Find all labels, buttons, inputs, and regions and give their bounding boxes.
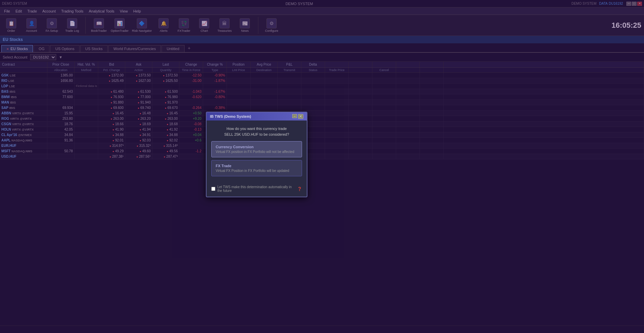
modal-minimize-btn[interactable]: ─: [292, 114, 297, 118]
table-row[interactable]: MSFT NASDAQ.NMS50.78● 49.29● 49.60● 49.5…: [0, 149, 644, 154]
tool-treasuries[interactable]: 🏛 Treasuries: [216, 18, 233, 32]
cell-empty: [325, 100, 349, 105]
section-title: EU Stocks: [3, 37, 23, 42]
menu-edit[interactable]: Edit: [13, 8, 25, 14]
cell-value: [74, 127, 98, 132]
tool-optiontrader[interactable]: 📊 OptionTrader: [111, 18, 129, 32]
table-row[interactable]: SAP IBIS69.934● 69.600● 69.740● 69.670-0…: [0, 105, 644, 111]
cell-empty: [444, 100, 644, 105]
table-row[interactable]: USD.HUF ● 287.38¹● 287.56⁵● 287.47³: [0, 154, 644, 159]
cell-value: ● 61.480: [98, 89, 125, 94]
tab-og[interactable]: OG: [34, 45, 49, 52]
cell-empty: [325, 127, 349, 132]
cell-empty: [372, 138, 396, 143]
menu-trading-tools[interactable]: Trading Tools: [59, 8, 86, 14]
cell-value: [179, 143, 203, 148]
table-row[interactable]: BMW IBIS77.600● 76.930● 77.000● 76.980-0…: [0, 94, 644, 100]
col-extra2: [349, 62, 372, 67]
sub-col-cancel: Cancel: [372, 68, 396, 72]
modal-option1-desc: Virtual FX position in FX Portfolio will…: [216, 150, 298, 154]
status-bar: [0, 326, 644, 333]
cell-empty: [251, 105, 278, 110]
help-icon[interactable]: ❓: [297, 187, 302, 191]
cell-empty: [349, 111, 372, 116]
tool-fxtrader[interactable]: 💱 FXTrader: [175, 18, 192, 32]
cell-empty: [227, 84, 251, 89]
tool-configure[interactable]: ⚙ Configure: [263, 18, 280, 32]
tab-eu-stocks[interactable]: ✕EU Stocks: [1, 45, 33, 52]
tool-account[interactable]: 👤 Account: [23, 18, 40, 32]
table-row[interactable]: RIO LSE1656.80● 1625.49● 1627.00● 1625.5…: [0, 78, 644, 84]
demo-system-right: DEMO SYSTEM: [448, 2, 597, 5]
account-bar: Select Account DU16192 ▼: [0, 53, 644, 62]
tool-alerts[interactable]: 🔔 Alerts: [155, 18, 172, 32]
close-btn[interactable]: ✕: [637, 2, 642, 6]
auto-determine-checkbox[interactable]: [211, 187, 215, 191]
menu-account[interactable]: Account: [40, 8, 59, 14]
cell-empty: [420, 73, 444, 78]
table-row[interactable]: ABBN VIRTX @VIRTX15.95● 16.45● 16.48● 16…: [0, 111, 644, 116]
cell-value: ● 77.000: [125, 94, 152, 99]
cell-empty: [278, 78, 301, 83]
table-row[interactable]: AAPL NASDAQ.NMS91.36● 92.01● 92.03● 92.0…: [0, 138, 644, 143]
menu-view[interactable]: View: [117, 8, 131, 14]
maximize-btn[interactable]: □: [632, 2, 637, 6]
modal-close-icon[interactable]: ✕: [298, 114, 303, 119]
cell-empty: [349, 84, 372, 89]
cell-value: ● 1627.00: [125, 78, 152, 83]
tab-us-options[interactable]: US Options: [50, 45, 79, 52]
tab-world-futures[interactable]: World Futures/Currencies: [108, 45, 161, 52]
cell-contract: ABBN VIRTX @VIRTX: [0, 111, 47, 116]
cell-value: [179, 154, 203, 159]
tool-chart[interactable]: 📈 Chart: [196, 18, 213, 32]
tab-close-eu-stocks[interactable]: ✕: [6, 47, 9, 51]
cell-empty: [325, 73, 349, 78]
cell-empty: [227, 100, 251, 105]
cell-contract: EUR.HUF: [0, 143, 47, 148]
table-row[interactable]: ROG VIRTX @VIRTX253.80● 263.00● 263.20● …: [0, 116, 644, 121]
col-avg-price: Avg Price: [251, 62, 278, 67]
cell-value: +9.20: [179, 116, 203, 121]
table-row[interactable]: LDP LSEFictional data is not available: [0, 84, 644, 89]
cell-value: ● 61.530: [125, 89, 152, 94]
table-row[interactable]: HOLN VIRTX @VIRTX42.05● 41.90● 41.94● 41…: [0, 127, 644, 132]
table-row[interactable]: CL Apr'16 @NYMEX34.84● 34.88● 34.91● 34.…: [0, 132, 644, 138]
table-row[interactable]: EUR.HUF ● 314.97³● 315.32³● 315.14⁸: [0, 143, 644, 149]
tool-booktrader[interactable]: 📖 BookTrader: [90, 18, 107, 32]
cell-contract: AAPL NASDAQ.NMS: [0, 138, 47, 143]
tab-us-stocks[interactable]: US Stocks: [80, 45, 108, 52]
minimize-btn[interactable]: ─: [626, 2, 631, 6]
modal-option-currency-conversion[interactable]: Currency Conversion Virtual FX position …: [211, 141, 302, 157]
cell-value: 62.543: [47, 89, 74, 94]
tool-trade-log[interactable]: 📄 Trade Log: [64, 18, 81, 32]
modal-option-fx-trade[interactable]: FX Trade Virtual FX Position in FX Portf…: [211, 160, 302, 176]
menu-file[interactable]: File: [1, 8, 13, 14]
menu-analytical-tools[interactable]: Analytical Tools: [86, 8, 117, 14]
cell-empty: [251, 94, 278, 99]
tool-risk-navigator[interactable]: 🔷 Risk Navigator: [132, 18, 152, 32]
cell-empty: [349, 73, 372, 78]
table-row[interactable]: BAS IBIS62.543● 61.480● 61.530● 61.500-1…: [0, 89, 644, 94]
account-dropdown[interactable]: DU16192: [30, 54, 56, 60]
cell-contract: USD.HUF: [0, 154, 47, 159]
add-tab-btn[interactable]: +: [185, 44, 193, 52]
cell-empty: [396, 100, 420, 105]
cell-empty: [372, 154, 396, 159]
cell-value: -0.38%: [203, 105, 227, 110]
menu-trade[interactable]: Trade: [25, 8, 40, 14]
cell-empty: [325, 132, 349, 137]
cell-empty: [251, 84, 278, 89]
table-row[interactable]: MAN IBIS● 91.880● 91.940● 91.970: [0, 100, 644, 105]
cell-empty: [349, 127, 372, 132]
cell-value: -0.264: [179, 105, 203, 110]
tool-news[interactable]: 📰 News: [236, 18, 253, 32]
table-row[interactable]: CSGN VIRTX @VIRTX18.76● 18.66● 18.69● 18…: [0, 121, 644, 127]
table-row[interactable]: GSK LSE1385.00● 1372.00● 1373.50● 1372.5…: [0, 73, 644, 78]
tool-order[interactable]: 📋 Order: [3, 18, 20, 32]
tab-untitled[interactable]: Untitled: [162, 45, 184, 52]
menu-help[interactable]: Help: [131, 8, 144, 14]
cell-value: [47, 154, 74, 159]
toolbar: 📋 Order 👤 Account ⚙ FA Setup 📄 Trade Log…: [0, 15, 644, 36]
tool-fa-setup[interactable]: ⚙ FA Setup: [43, 18, 60, 32]
cell-empty: [420, 105, 444, 110]
